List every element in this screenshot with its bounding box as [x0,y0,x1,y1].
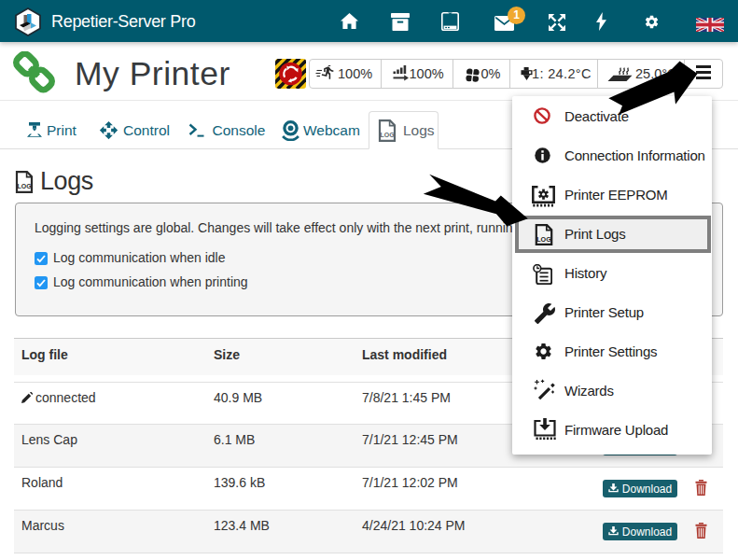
svg-text:LOG: LOG [380,132,395,138]
svg-text:LOG: LOG [536,235,551,244]
svg-text:LOG: LOG [17,183,32,189]
